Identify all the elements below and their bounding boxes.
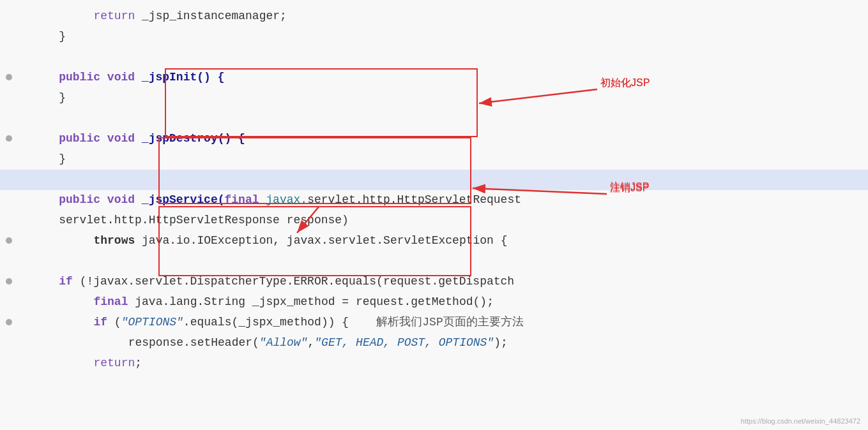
code-line-line16: if ("OPTIONS".equals(_jspx_method)) { 解析… <box>0 313 868 333</box>
code-text-line10: public void _jspService(final javax.serv… <box>18 191 521 209</box>
token: _jspService( <box>135 193 224 206</box>
code-text-line15: final java.lang.String _jspx_method = re… <box>18 293 494 311</box>
gutter-line7 <box>0 135 18 142</box>
code-text-line1: return _jsp_instancemanager; <box>18 8 287 25</box>
token: response.setHeader( <box>128 336 259 349</box>
code-line-line10: public void _jspService(final javax.serv… <box>0 190 868 211</box>
token: public <box>59 193 100 206</box>
token: ); <box>494 336 508 349</box>
token: servlet.http.HttpServletResponse respons… <box>59 214 349 226</box>
code-line-line11: servlet.http.HttpServletResponse respons… <box>0 211 868 231</box>
gutter-line12 <box>0 237 18 244</box>
token: throws <box>93 234 135 247</box>
code-line-line15: final java.lang.String _jspx_method = re… <box>0 292 868 313</box>
token: final <box>93 295 128 308</box>
token: 解析我们JSP页面的主要方法 <box>349 316 524 329</box>
code-text-line12: throws java.io.IOException, javax.servle… <box>18 232 508 249</box>
code-line-line1: return _jsp_instancemanager; <box>0 6 868 27</box>
code-text-line18: return; <box>18 355 142 372</box>
code-text-line4: public void _jspInit() { <box>18 69 225 86</box>
gutter-line4 <box>0 74 18 80</box>
gutter-line16 <box>0 319 18 325</box>
token: if <box>59 275 73 288</box>
code-text-line8: } <box>18 151 66 168</box>
code-line-line3 <box>0 47 868 68</box>
gutter-line14 <box>0 278 18 285</box>
code-line-line7: public void _jspDestroy() { <box>0 129 868 149</box>
token: "GET, HEAD, POST, OPTIONS" <box>314 336 494 349</box>
token <box>100 193 107 206</box>
code-line-line6 <box>0 108 868 129</box>
code-line-line8: } <box>0 149 868 170</box>
code-line-line4: public void _jspInit() { <box>0 68 868 88</box>
token <box>100 71 107 84</box>
token: void <box>107 71 135 84</box>
code-text-line6 <box>18 110 31 127</box>
gutter-dot <box>6 278 12 285</box>
token: if <box>93 316 107 329</box>
code-line-line5: } <box>0 88 868 108</box>
token: _jspInit() { <box>135 71 224 84</box>
token: final <box>225 193 259 206</box>
token <box>100 132 107 145</box>
token: } <box>59 91 66 104</box>
code-text-line17: response.setHeader("Allow","GET, HEAD, P… <box>18 334 508 352</box>
gutter-dot <box>6 319 12 325</box>
token: void <box>107 132 135 145</box>
code-container: return _jsp_instancemanager; } public vo… <box>0 0 868 430</box>
code-line-line2: } <box>0 27 868 47</box>
token: java.io.IOException, javax.servlet.Servl… <box>135 234 507 247</box>
code-line-line13 <box>0 251 868 272</box>
token: .equals(_jspx_method)) { <box>183 316 349 329</box>
token: java.lang.String _jspx_method = request.… <box>128 295 494 308</box>
token: (!javax.servlet.DispatcherType.ERROR.equ… <box>73 275 514 288</box>
code-line-line14: if (!javax.servlet.DispatcherType.ERROR.… <box>0 272 868 292</box>
gutter-dot <box>6 237 12 244</box>
token: } <box>59 152 66 165</box>
token: servlet.http.HttpServletRequest <box>307 193 521 206</box>
gutter-dot <box>6 74 12 80</box>
token: } <box>59 30 66 43</box>
token: ( <box>107 316 121 329</box>
token: return <box>93 357 135 369</box>
code-text-line2: } <box>18 28 66 45</box>
token: ; <box>135 357 142 369</box>
token: _jsp_instancemanager; <box>135 10 287 22</box>
token: , <box>307 336 314 349</box>
code-lines: return _jsp_instancemanager; } public vo… <box>0 6 868 374</box>
code-line-line18: return; <box>0 353 868 374</box>
token: javax. <box>259 193 308 206</box>
code-text-line9 <box>18 171 31 188</box>
code-line-line12: throws java.io.IOException, javax.servle… <box>0 231 868 251</box>
code-text-line5: } <box>18 89 66 107</box>
token: public <box>59 71 100 84</box>
token: _jspDestroy() { <box>135 132 245 145</box>
label-jspinit: 初始化JSP <box>600 77 650 90</box>
token: void <box>107 193 135 206</box>
token: public <box>59 132 100 145</box>
code-text-line11: servlet.http.HttpServletResponse respons… <box>18 212 349 229</box>
code-line-line17: response.setHeader("Allow","GET, HEAD, P… <box>0 333 868 353</box>
code-text-line7: public void _jspDestroy() { <box>18 130 245 147</box>
code-text-line13 <box>18 253 31 270</box>
watermark: https://blog.csdn.net/weixin_44823472 <box>741 417 860 425</box>
token: return <box>93 10 135 22</box>
code-text-line16: if ("OPTIONS".equals(_jspx_method)) { 解析… <box>18 314 524 331</box>
code-text-line3 <box>18 48 31 66</box>
token: "OPTIONS" <box>121 316 183 329</box>
code-line-line9 <box>0 170 868 190</box>
code-text-line14: if (!javax.servlet.DispatcherType.ERROR.… <box>18 273 514 290</box>
gutter-dot <box>6 135 12 142</box>
label-jspdestroy: 注销JSP <box>610 181 649 194</box>
token: "Allow" <box>259 336 308 349</box>
